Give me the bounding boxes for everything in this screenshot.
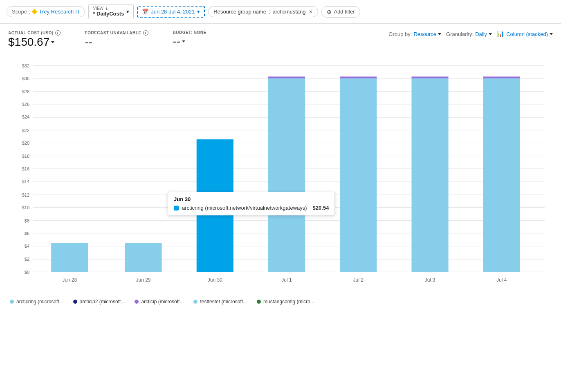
scope-pill[interactable]: Scope : Trey Research IT bbox=[7, 6, 85, 17]
bar-jul3-blue bbox=[411, 78, 448, 272]
actual-cost-block: ACTUAL COST (USD) i $150.67 bbox=[8, 30, 61, 49]
bar-jun30[interactable] bbox=[197, 139, 233, 272]
budget-block: BUDGET: NONE -- bbox=[173, 30, 206, 48]
bar-jun29 bbox=[125, 243, 162, 272]
add-filter-icon: ⊕ bbox=[327, 9, 332, 15]
legend-item-3: arcticip (microsoft... bbox=[135, 299, 184, 305]
granularity-value: Daily bbox=[475, 31, 487, 37]
budget-chevron-icon[interactable] bbox=[182, 40, 185, 43]
legend: arcticring (microsoft... arcticip2 (micr… bbox=[8, 299, 553, 305]
granularity-label: Granularity: bbox=[446, 31, 473, 37]
resource-filter-pill[interactable]: Resource group name : arcticmustang ✕ bbox=[208, 6, 318, 17]
bar-jul4-purple bbox=[483, 76, 520, 78]
granularity-control[interactable]: Granularity: Daily bbox=[446, 31, 492, 37]
svg-text:Jun 29: Jun 29 bbox=[136, 277, 150, 283]
svg-text:$18: $18 bbox=[22, 154, 29, 159]
date-range-value: Jun 28-Jul 4, 2021 bbox=[151, 9, 195, 15]
group-by-label: Group by: bbox=[388, 31, 412, 37]
chart-type-control[interactable]: 📊 Column (stacked) bbox=[497, 30, 553, 38]
legend-dot-3 bbox=[135, 300, 139, 304]
view-chevron-icon: ▾ bbox=[126, 9, 129, 15]
budget-value: -- bbox=[173, 35, 206, 48]
svg-text:$28: $28 bbox=[22, 89, 29, 94]
svg-text:Jul 3: Jul 3 bbox=[425, 277, 435, 283]
legend-label-1: arcticring (microsoft... bbox=[16, 299, 63, 305]
bar-jul4-blue bbox=[483, 78, 520, 272]
view-info-block: VIEW ℹ * DailyCosts bbox=[93, 7, 124, 17]
legend-dot-2 bbox=[73, 300, 77, 304]
group-by-chevron[interactable] bbox=[438, 33, 441, 35]
chart-controls: Group by: Resource Granularity: Daily 📊 … bbox=[388, 30, 553, 38]
forecast-label: FORECAST UNAVAILABLE i bbox=[85, 30, 148, 36]
bar-jul2-purple bbox=[340, 76, 377, 78]
svg-text:$16: $16 bbox=[22, 166, 29, 171]
actual-cost-info-icon: i bbox=[55, 30, 61, 36]
legend-label-4: testtestet (microsoft... bbox=[200, 299, 247, 305]
svg-text:$0: $0 bbox=[25, 269, 29, 274]
date-chevron-icon: ▾ bbox=[197, 9, 200, 15]
view-info-icon: ℹ bbox=[106, 6, 108, 11]
svg-text:$10: $10 bbox=[22, 205, 29, 210]
bar-jul3-purple bbox=[411, 76, 448, 78]
filter-label: Resource group name bbox=[213, 9, 266, 15]
forecast-block: FORECAST UNAVAILABLE i -- bbox=[85, 30, 148, 49]
svg-text:$14: $14 bbox=[22, 179, 30, 184]
bar-jul2-blue bbox=[340, 78, 377, 272]
forecast-value: -- bbox=[85, 36, 148, 49]
group-by-control[interactable]: Group by: Resource bbox=[388, 31, 441, 37]
svg-text:$4: $4 bbox=[25, 244, 30, 249]
filter-close-icon[interactable]: ✕ bbox=[309, 9, 313, 15]
chart-svg: $32 $30 $28 $26 $24 $22 $20 $18 $16 $14 … bbox=[8, 57, 553, 294]
svg-text:$8: $8 bbox=[25, 218, 29, 223]
budget-label: BUDGET: NONE bbox=[173, 30, 206, 35]
svg-text:Jul 2: Jul 2 bbox=[353, 277, 364, 283]
chart-area: $32 $30 $28 $26 $24 $22 $20 $18 $16 $14 … bbox=[8, 57, 553, 294]
granularity-chevron[interactable] bbox=[489, 33, 492, 35]
calendar-icon: 📅 bbox=[142, 9, 148, 15]
cost-summary: ACTUAL COST (USD) i $150.67 FORECAST UNA… bbox=[8, 30, 553, 49]
main-content: ACTUAL COST (USD) i $150.67 FORECAST UNA… bbox=[0, 24, 561, 311]
actual-cost-value: $150.67 bbox=[8, 36, 61, 49]
svg-text:Jun 30: Jun 30 bbox=[208, 277, 222, 283]
svg-text:$2: $2 bbox=[25, 257, 29, 262]
add-filter-button[interactable]: ⊕ Add filter bbox=[321, 6, 360, 18]
actual-cost-chevron-icon[interactable] bbox=[51, 41, 54, 43]
group-by-value: Resource bbox=[413, 31, 436, 37]
legend-label-3: arcticip (microsoft... bbox=[141, 299, 184, 305]
legend-item-5: mustangconfig (micro... bbox=[257, 299, 314, 305]
bar-jul1-purple bbox=[268, 76, 305, 78]
svg-text:Jun 28: Jun 28 bbox=[62, 277, 77, 283]
chart-type-value: Column (stacked) bbox=[506, 31, 548, 37]
bar-jun28 bbox=[51, 243, 88, 272]
actual-cost-label: ACTUAL COST (USD) i bbox=[8, 30, 61, 36]
svg-text:$26: $26 bbox=[22, 102, 29, 107]
scope-icon bbox=[32, 9, 38, 15]
legend-dot-4 bbox=[193, 300, 197, 304]
view-pill[interactable]: VIEW ℹ * DailyCosts ▾ bbox=[88, 4, 134, 19]
legend-item-1: arcticring (microsoft... bbox=[10, 299, 63, 305]
svg-text:$30: $30 bbox=[22, 76, 29, 81]
svg-text:Jul 4: Jul 4 bbox=[496, 277, 507, 283]
bar-jul1-blue bbox=[268, 78, 305, 272]
date-range-pill[interactable]: 📅 Jun 28-Jul 4, 2021 ▾ bbox=[137, 6, 205, 18]
toolbar: Scope : Trey Research IT VIEW ℹ * DailyC… bbox=[0, 0, 561, 24]
scope-separator: : bbox=[29, 9, 30, 15]
filter-value: arcticmustang bbox=[273, 9, 306, 15]
scope-label: Scope bbox=[12, 9, 27, 15]
legend-dot-5 bbox=[257, 300, 261, 304]
filter-separator: : bbox=[269, 9, 270, 15]
view-name: * DailyCosts bbox=[93, 11, 124, 17]
svg-text:$12: $12 bbox=[22, 192, 29, 197]
forecast-info-icon: i bbox=[143, 30, 148, 36]
legend-dot-1 bbox=[10, 300, 14, 304]
view-label: VIEW ℹ bbox=[93, 7, 124, 11]
scope-value: Trey Research IT bbox=[39, 9, 80, 15]
chart-type-icon: 📊 bbox=[497, 30, 505, 38]
chart-type-chevron[interactable] bbox=[550, 33, 553, 35]
svg-text:Jul 1: Jul 1 bbox=[281, 277, 292, 283]
legend-label-2: arcticip2 (microsoft... bbox=[80, 299, 125, 305]
svg-text:$20: $20 bbox=[22, 140, 29, 145]
svg-text:$24: $24 bbox=[22, 114, 30, 119]
svg-text:$6: $6 bbox=[25, 231, 29, 236]
add-filter-label: Add filter bbox=[334, 9, 355, 15]
